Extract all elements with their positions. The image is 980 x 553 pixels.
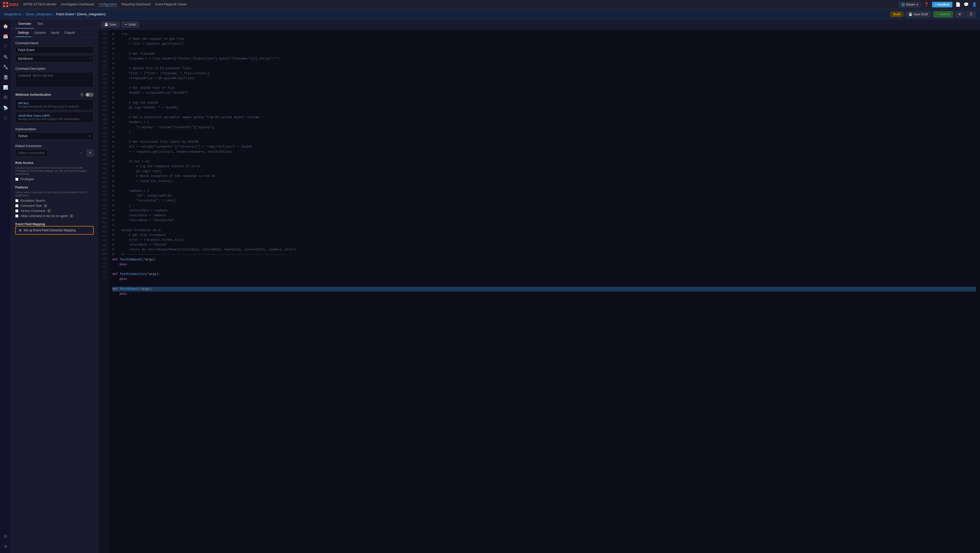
sidebar-layers-icon[interactable]: ⬡ <box>1 113 10 123</box>
breadcrumb-integrations[interactable]: Integrations <box>4 12 21 16</box>
sidebar-gear-icon[interactable]: ⚙ <box>1 542 10 551</box>
connection-select[interactable]: Select a connection <box>15 149 48 156</box>
command-name-input[interactable] <box>15 46 94 54</box>
nav-configuration[interactable]: Configuration <box>99 3 117 6</box>
command-task-group: Command Task i <box>15 204 94 207</box>
code-line <box>112 267 976 272</box>
help-icon[interactable]: ❓ <box>924 2 929 7</box>
subtab-settings[interactable]: Settings <box>15 29 32 37</box>
code-toolbar: 💾 Save ↩ Undo <box>98 19 980 30</box>
connection-select-wrapper: Select a connection <box>15 149 85 156</box>
escalation-search-checkbox[interactable] <box>15 199 18 202</box>
webhook-toggle[interactable] <box>86 93 94 97</box>
adhoc-command-info-icon[interactable]: i <box>47 209 51 213</box>
api-key-option[interactable]: API Key Manage and generate the API keys… <box>15 99 94 110</box>
line-number: 48 <box>98 162 108 167</box>
sidebar-puzzle-icon[interactable]: 🔌 <box>1 52 10 61</box>
jwt-option[interactable]: JSON Web Token (JWT) Manage secret keys … <box>15 112 94 123</box>
incident-button[interactable]: + Incident <box>932 2 953 7</box>
sidebar-blocks-icon[interactable]: ⊞ <box>1 532 10 541</box>
tab-overview[interactable]: Overview <box>15 19 34 29</box>
line-number: 52 <box>98 180 108 185</box>
save-button[interactable]: 💾 Save <box>101 21 119 27</box>
breadcrumb-demo-integration[interactable]: Demo_Integration <box>25 12 52 16</box>
command-description-label: Command Description <box>15 67 94 70</box>
code-line: # "d3": resUploadFile, <box>112 193 976 198</box>
line-number: 54 <box>98 189 108 194</box>
sidebar-radio-icon[interactable]: 📡 <box>1 103 10 112</box>
question-icon[interactable]: ? <box>90 57 92 61</box>
nav-mitre[interactable]: MITRE ATT&CK Monitor <box>24 3 57 6</box>
add-connection-button[interactable]: + <box>86 149 94 156</box>
sidebar-graph-icon[interactable]: 📊 <box>1 83 10 92</box>
agent-checkbox[interactable] <box>15 214 18 218</box>
line-number: 63 <box>98 229 108 234</box>
code-line: # files = {"file": (filename, r_file.con… <box>112 71 976 76</box>
sidebar-shield-icon[interactable]: 🛡 <box>1 42 10 51</box>
avatar[interactable]: 👤 <box>972 2 977 7</box>
sidebar-tool-icon[interactable]: 🔧 <box>1 62 10 72</box>
master-button[interactable]: 🌐 Master ▾ <box>898 2 921 7</box>
code-line: # <box>112 184 976 189</box>
submit-button[interactable]: ✓ Submit <box>933 11 953 18</box>
command-name-label: Command Name <box>15 41 94 45</box>
sidebar-home-icon[interactable]: 🏠 <box>1 21 10 30</box>
code-editor[interactable]: 1920212223242526272829303132333435363738… <box>98 30 980 553</box>
command-internal-name-input[interactable] <box>15 55 94 62</box>
webhook-help-icon[interactable]: ? <box>80 93 84 97</box>
code-line: # "x-apikey": runtime["connector"]["apik… <box>112 125 976 130</box>
features-group: Features Select where you want to use th… <box>15 186 94 218</box>
event-field-mapping-button[interactable]: ⊞ Set up Event Field Extraction Mapping <box>15 226 94 234</box>
line-number: 50 <box>98 171 108 176</box>
nav-reporting[interactable]: Reporting Dashboard <box>121 3 151 6</box>
command-task-checkbox[interactable] <box>15 204 18 207</box>
subtab-outputs[interactable]: Outputs <box>62 29 78 37</box>
nav-playbook[interactable]: Event Playbook Viewer <box>155 3 186 6</box>
subtab-libraries[interactable]: Libraries <box>32 29 48 37</box>
line-number: 72 <box>98 270 108 274</box>
adhoc-command-checkbox[interactable] <box>15 209 18 212</box>
line-number: 28 <box>98 72 108 77</box>
svg-rect-1 <box>6 2 8 4</box>
command-task-info-icon[interactable]: i <box>44 204 47 207</box>
line-number: 67 <box>98 248 108 252</box>
panel-content: Command Name ? Command Description Webho… <box>11 37 98 243</box>
code-line: # # Get sha256 hash of file <box>112 86 976 91</box>
code-line: def TestConnection(*args): <box>112 272 976 277</box>
code-line: # try: <box>112 32 976 37</box>
chat-icon[interactable]: 💬 <box>964 2 969 7</box>
more-options-button[interactable]: ☰ <box>966 11 976 18</box>
code-line: # return pb.returnOutputModel(resultData… <box>112 247 976 252</box>
sidebar-calendar-icon[interactable]: 📅 <box>1 32 10 41</box>
tab-test[interactable]: Test <box>34 19 46 29</box>
breadcrumb-bar: Integrations › Demo_Integration › Fetch … <box>0 9 980 19</box>
code-line: # error = traceback.format_exc() <box>112 238 976 242</box>
code-line: # # Get a connection parameter named api… <box>112 115 976 120</box>
line-number: 60 <box>98 216 108 221</box>
undo-button[interactable]: ↩ Undo <box>121 21 139 27</box>
left-panel: Overview Test Settings Libraries Inputs … <box>11 19 98 553</box>
settings-button[interactable]: ⚙ <box>955 11 964 18</box>
code-line: # # Make the request to get file <box>112 37 976 41</box>
subtab-inputs[interactable]: Inputs <box>48 29 62 37</box>
save-draft-button[interactable]: 💾 Save Draft <box>905 11 931 18</box>
nav-investigation[interactable]: Investigation Dashboard <box>61 3 94 6</box>
agent-info-icon[interactable]: i <box>70 214 73 218</box>
document-icon[interactable]: 📄 <box>956 2 961 7</box>
sidebar-notebook-icon[interactable]: 📓 <box>1 73 10 82</box>
draft-badge: Draft <box>891 12 903 17</box>
code-line: # # Upload file to D3 playbook files <box>112 66 976 71</box>
line-number: 33 <box>98 95 108 99</box>
code-line: # if not r.ok: <box>112 159 976 164</box>
code-content[interactable]: # try: # # Make the request to get file … <box>108 30 980 553</box>
line-number: 24 <box>98 54 108 59</box>
privileged-label: Privileged <box>21 177 34 181</box>
implementation-select[interactable]: Python JavaScript PowerShell <box>15 132 94 140</box>
sidebar-network-icon[interactable]: 🕸 <box>1 93 10 102</box>
line-number: 66 <box>98 243 108 248</box>
connection-row: Select a connection + <box>15 149 94 156</box>
privileged-checkbox[interactable] <box>15 178 18 181</box>
features-label: Features <box>15 186 94 189</box>
code-line: # except Exception as e: <box>112 228 976 233</box>
command-description-input[interactable] <box>15 72 94 87</box>
